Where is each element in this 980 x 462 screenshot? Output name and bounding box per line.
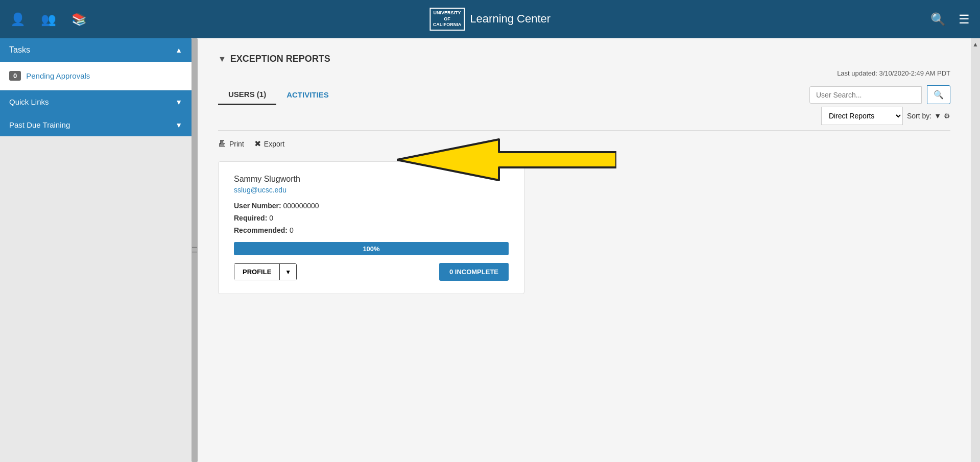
- section-collapse-icon[interactable]: ▼: [218, 55, 226, 64]
- sort-dropdown-icon[interactable]: ▼: [934, 112, 941, 120]
- tab-activities[interactable]: ACTIVITIES: [276, 85, 339, 104]
- tasks-chevron-icon: ▲: [175, 46, 182, 54]
- profile-button[interactable]: PROFILE: [234, 264, 279, 280]
- required-value: 0: [269, 214, 273, 222]
- past-due-training-chevron-icon: ▼: [175, 121, 182, 129]
- tabs-row: USERS (1) ACTIVITIES: [218, 85, 339, 104]
- books-icon[interactable]: 📚: [71, 12, 87, 27]
- user-card: Sammy Slugworth sslug@ucsc.edu User Numb…: [218, 161, 524, 294]
- export-button[interactable]: ✖ Export: [254, 139, 284, 149]
- quick-links-label: Quick Links: [9, 98, 49, 106]
- main-content: ▼ EXCEPTION REPORTS Last updated: 3/10/2…: [198, 38, 971, 462]
- recommended-label: Recommended:: [234, 226, 288, 234]
- pending-approvals-link[interactable]: Pending Approvals: [26, 71, 90, 80]
- print-label: Print: [229, 140, 244, 148]
- sidebar: Tasks ▲ 0 Pending Approvals Quick Links …: [0, 38, 192, 462]
- sort-by[interactable]: Sort by: ▼ ⚙: [907, 112, 950, 120]
- recommended-value: 0: [290, 226, 294, 234]
- progress-bar-container: 100%: [234, 242, 509, 255]
- past-due-training-section: Past Due Training ▼: [0, 113, 192, 136]
- user-email[interactable]: sslug@ucsc.edu: [234, 186, 509, 194]
- header-left-icons: 👤 👥 📚: [10, 12, 87, 27]
- scroll-handle-indicator: | |: [192, 247, 198, 254]
- tasks-content: 0 Pending Approvals: [0, 62, 192, 90]
- profile-dropdown-button[interactable]: ▼: [279, 264, 296, 280]
- required-row: Required: 0: [234, 214, 509, 222]
- menu-icon[interactable]: ☰: [959, 12, 970, 27]
- tab-users[interactable]: USERS (1): [218, 85, 276, 105]
- user-number-row: User Number: 000000000: [234, 202, 509, 210]
- section-title-row: ▼ EXCEPTION REPORTS: [218, 54, 950, 64]
- pending-approvals-row: 0 Pending Approvals: [9, 71, 182, 81]
- user-search-button[interactable]: 🔍: [927, 85, 950, 104]
- past-due-training-label: Past Due Training: [9, 120, 70, 129]
- recommended-row: Recommended: 0: [234, 226, 509, 234]
- quick-links-section: Quick Links ▼: [0, 90, 192, 113]
- search-icon[interactable]: 🔍: [930, 12, 946, 27]
- sort-by-label: Sort by:: [907, 112, 931, 120]
- progress-bar-label: 100%: [363, 245, 379, 253]
- person-icon[interactable]: 👤: [10, 12, 26, 27]
- filter-dropdown[interactable]: Direct Reports: [821, 107, 903, 125]
- tasks-section: Tasks ▲ 0 Pending Approvals: [0, 38, 192, 90]
- progress-bar-fill: 100%: [234, 242, 509, 255]
- quick-links-chevron-icon: ▼: [175, 98, 182, 106]
- scroll-up-icon[interactable]: ▲: [972, 41, 978, 48]
- main-layout: Tasks ▲ 0 Pending Approvals Quick Links …: [0, 38, 980, 462]
- last-updated: Last updated: 3/10/2020-2:49 AM PDT: [218, 69, 950, 77]
- user-number-value: 000000000: [283, 202, 319, 210]
- user-search-input[interactable]: [809, 86, 922, 104]
- logo-box: UNIVERSITY OF CALIFORNIA: [429, 8, 465, 31]
- section-title: EXCEPTION REPORTS: [230, 54, 330, 64]
- actions-row: 🖶 Print ✖ Export: [218, 139, 950, 149]
- user-number-label: User Number:: [234, 202, 281, 210]
- print-icon: 🖶: [218, 139, 226, 149]
- tasks-header[interactable]: Tasks ▲: [0, 38, 192, 62]
- user-name: Sammy Slugworth: [234, 175, 509, 184]
- header-logo: UNIVERSITY OF CALIFORNIA Learning Center: [429, 8, 551, 31]
- header-right-icons: 🔍 ☰: [930, 12, 970, 27]
- required-label: Required:: [234, 214, 267, 222]
- quick-links-header[interactable]: Quick Links ▼: [0, 90, 192, 113]
- profile-btn-group: PROFILE ▼: [234, 263, 297, 280]
- print-button[interactable]: 🖶 Print: [218, 139, 244, 149]
- pending-approvals-badge: 0: [9, 71, 21, 81]
- group-icon[interactable]: 👥: [41, 12, 56, 27]
- past-due-training-header[interactable]: Past Due Training ▼: [0, 113, 192, 136]
- incomplete-button[interactable]: 0 INCOMPLETE: [439, 263, 509, 281]
- card-actions: PROFILE ▼ 0 INCOMPLETE: [234, 263, 509, 281]
- logo-text: Learning Center: [470, 12, 551, 26]
- tasks-label: Tasks: [9, 45, 30, 55]
- right-scrollbar: ▲: [971, 38, 980, 462]
- export-icon: ✖: [254, 139, 261, 149]
- controls-row: 🔍: [809, 85, 950, 104]
- header: 👤 👥 📚 UNIVERSITY OF CALIFORNIA Learning …: [0, 0, 980, 38]
- export-label: Export: [264, 140, 284, 148]
- sort-gear-icon[interactable]: ⚙: [944, 112, 950, 120]
- sidebar-scroll-handle[interactable]: | |: [192, 38, 198, 462]
